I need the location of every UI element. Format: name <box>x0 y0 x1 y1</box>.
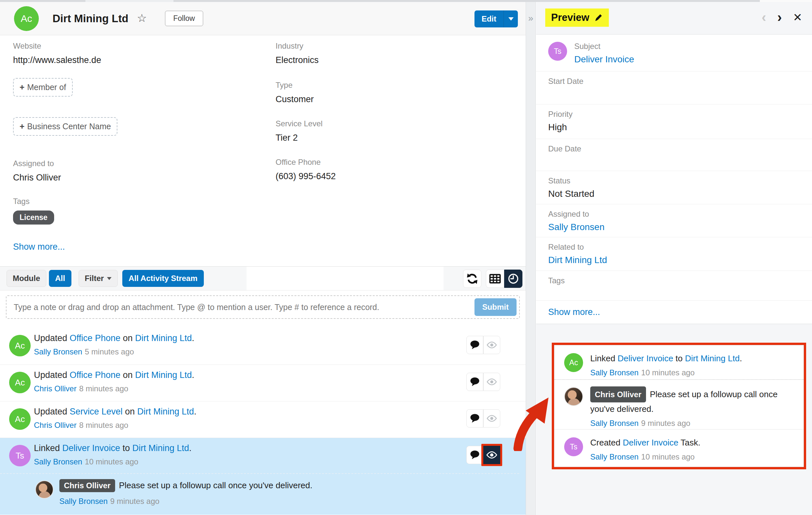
chevron-right-icon[interactable]: › <box>777 10 782 24</box>
chevron-left-icon[interactable]: ‹ <box>762 10 766 24</box>
stream-row[interactable]: Ac Updated Office Phone on Dirt Mining L… <box>0 328 526 364</box>
activity-view-button[interactable] <box>504 270 522 288</box>
preview-button[interactable] <box>483 336 500 354</box>
field-link[interactable]: Service Level <box>70 407 123 416</box>
field-link[interactable]: Office Phone <box>70 333 121 343</box>
stream-row-selected[interactable]: Ts Linked Deliver Invoice to Dirt Mining… <box>0 438 526 515</box>
activity-text: Updated Service Level on Dirt Mining Ltd… <box>34 407 196 417</box>
task-link[interactable]: Deliver Invoice <box>618 353 673 363</box>
edit-dropdown-button[interactable] <box>503 10 518 27</box>
module-all-button[interactable]: All <box>49 270 71 287</box>
account-avatar: Ac <box>564 353 583 372</box>
edit-button[interactable]: Edit <box>474 10 503 27</box>
preview-panel: Preview ‹ › ✕ Ts Subject Deliver Invoice… <box>536 2 812 515</box>
record-header: Ac Dirt Mining Ltd ☆ Follow Edit <box>0 2 526 35</box>
stream-filter-button[interactable]: All Activity Stream <box>122 270 203 287</box>
assigned-user-link[interactable]: Sally Bronsen <box>548 222 605 232</box>
website-label: Website <box>13 42 101 51</box>
field-link[interactable]: Office Phone <box>70 370 121 380</box>
module-button[interactable]: Module <box>6 270 46 287</box>
record-link[interactable]: Dirt Mining Ltd <box>133 443 189 453</box>
show-more-link[interactable]: Show more... <box>548 307 600 317</box>
author-link[interactable]: Sally Bronsen <box>590 419 639 428</box>
favorite-star-icon[interactable]: ☆ <box>137 11 147 25</box>
preview-stream-row[interactable]: Ac Linked Deliver Invoice to Dirt Mining… <box>554 345 804 380</box>
comment-bubble-icon <box>470 450 480 460</box>
refresh-button[interactable] <box>463 270 481 288</box>
author-link[interactable]: Sally Bronsen <box>34 347 82 356</box>
activity-stream: Ac Updated Office Phone on Dirt Mining L… <box>0 328 526 515</box>
add-member-of-button[interactable]: + Member of <box>13 78 73 97</box>
plus-icon: + <box>20 82 25 92</box>
preview-stream-comment-row[interactable]: Chris OlliverPlease set up a followup ca… <box>554 380 804 430</box>
filter-button[interactable]: Filter <box>79 270 118 287</box>
list-view-button[interactable] <box>486 270 504 288</box>
author-link[interactable]: Chris Olliver <box>34 421 77 430</box>
task-link[interactable]: Deliver Invoice <box>62 443 120 453</box>
comment-button[interactable] <box>466 409 483 428</box>
follow-button[interactable]: Follow <box>165 11 203 26</box>
chevron-down-icon <box>107 277 112 280</box>
record-link[interactable]: Dirt Mining Ltd <box>135 370 192 380</box>
show-more-block: Show more... <box>536 301 812 324</box>
note-input[interactable] <box>14 302 474 312</box>
author-link[interactable]: Chris Olliver <box>34 384 77 393</box>
field-tags: Tags <box>536 271 812 301</box>
show-more-link[interactable]: Show more... <box>13 242 65 252</box>
eye-icon <box>487 342 497 349</box>
preview-title-highlight: Preview <box>545 8 609 27</box>
stream-search-area[interactable] <box>246 267 443 290</box>
account-avatar: Ac <box>14 6 39 31</box>
service-level-value: Tier 2 <box>276 133 298 143</box>
field-tags: Tags License <box>13 197 54 224</box>
task-avatar: Ts <box>9 445 31 466</box>
author-link[interactable]: Sally Bronsen <box>590 452 639 461</box>
mention-tag[interactable]: Chris Olliver <box>590 386 646 402</box>
add-business-center-button[interactable]: + Business Center Name <box>13 117 117 136</box>
account-avatar: Ac <box>9 335 31 356</box>
record-view: Ac Dirt Mining Ltd ☆ Follow Edit Website… <box>0 2 526 515</box>
task-link[interactable]: Deliver Invoice <box>623 438 678 448</box>
author-link[interactable]: Sally Bronsen <box>59 497 108 506</box>
subject-label: Subject <box>574 42 634 51</box>
comment-text: Chris OlliverPlease set up a followup ca… <box>590 386 798 415</box>
preview-button-active[interactable] <box>483 446 500 464</box>
subject-link[interactable]: Deliver Invoice <box>574 54 634 64</box>
author-link[interactable]: Sally Bronsen <box>34 457 82 466</box>
assigned-user-link[interactable]: Chris Olliver <box>13 173 61 183</box>
plus-icon: + <box>20 121 25 132</box>
related-record-link[interactable]: Dirt Mining Ltd <box>548 255 607 265</box>
author-link[interactable]: Sally Bronsen <box>590 368 639 377</box>
priority-label: Priority <box>548 110 812 119</box>
field-related-to: Related to Dirt Mining Ltd <box>536 237 812 271</box>
collapse-panel-button[interactable]: » <box>526 13 535 24</box>
preview-stream-row[interactable]: Ts Created Deliver Invoice Task. Sally B… <box>554 430 804 466</box>
field-status: Status Not Started <box>536 171 812 204</box>
record-link[interactable]: Dirt Mining Ltd <box>685 353 740 363</box>
show-more-block: Show more... <box>13 242 65 252</box>
field-website: Website http://www.salesthe.de <box>13 42 101 65</box>
business-center-label: Business Center Name <box>27 122 111 131</box>
preview-button[interactable] <box>483 409 500 428</box>
mention-tag[interactable]: Chris Olliver <box>59 479 115 492</box>
website-link[interactable]: http://www.salesthe.de <box>13 55 101 65</box>
field-business-center: + Business Center Name <box>13 117 117 136</box>
comment-button[interactable] <box>466 373 483 391</box>
tag-badge[interactable]: License <box>13 211 54 224</box>
record-link[interactable]: Dirt Mining Ltd <box>137 407 194 416</box>
comment-bubble-icon <box>470 340 480 350</box>
comment-button[interactable] <box>466 336 483 354</box>
comment-text: Chris OlliverPlease set up a followup ca… <box>59 479 519 492</box>
preview-button[interactable] <box>483 373 500 391</box>
related-to-label: Related to <box>548 243 812 252</box>
record-link[interactable]: Dirt Mining Ltd <box>135 333 192 343</box>
submit-button[interactable]: Submit <box>474 298 517 316</box>
close-icon[interactable]: ✕ <box>793 11 803 24</box>
comment-button[interactable] <box>466 446 483 464</box>
tags-label: Tags <box>548 276 812 285</box>
stream-row[interactable]: Ac Updated Office Phone on Dirt Mining L… <box>0 364 526 401</box>
stream-row[interactable]: Ac Updated Service Level on Dirt Mining … <box>0 401 526 438</box>
comment-thread: Chris OlliverPlease set up a followup ca… <box>0 473 519 506</box>
refresh-icon <box>466 273 478 284</box>
pencil-icon[interactable] <box>594 13 603 22</box>
